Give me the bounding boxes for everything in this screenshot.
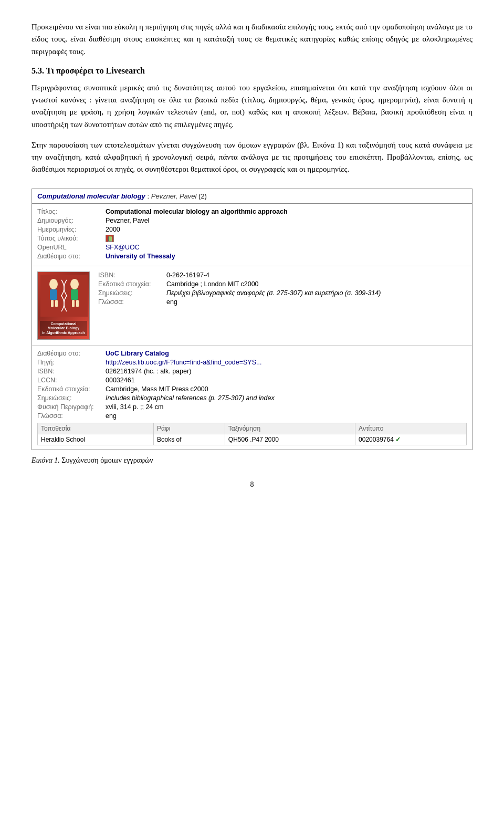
field-title-value: Computational molecular biology an algor…	[106, 208, 288, 215]
record-section-1: Τίτλος: Computational molecular biology …	[32, 204, 472, 267]
field-type-value: 📗	[106, 235, 114, 243]
svg-rect-7	[72, 300, 75, 307]
field-lang2-row: Γλώσσα: eng	[37, 412, 467, 420]
field-openurl-label: OpenURL	[37, 244, 106, 251]
field-isbn-row: ISBN: 0-262-16197-4	[98, 272, 467, 279]
field-notes2-value: Includes bibliographical references (p. …	[106, 394, 275, 402]
record-section-2: Computational Molecular Biology in Algor…	[32, 266, 472, 346]
field-publisher-row: Εκδοτικά στοιχεία: Cambridge ; London MI…	[98, 280, 467, 288]
page-number: 8	[32, 481, 472, 489]
cell-shelf: Books of	[153, 434, 225, 445]
field-publisher2-row: Εκδοτικά στοιχεία: Cambridge, Mass MIT P…	[37, 385, 467, 393]
field-type-label: Τύπος υλικού:	[37, 235, 106, 242]
cell-classification: QH506 .P47 2000	[225, 434, 355, 445]
book-cover-image: Computational Molecular Biology in Algor…	[37, 272, 90, 340]
caption-label: Εικόνα 1.	[32, 456, 60, 464]
field-available1-row: Διαθέσιμο στο: University of Thessaly	[37, 253, 467, 260]
book-icon: 📗	[106, 235, 114, 242]
field-available2-label: Διαθέσιμο στο:	[37, 350, 106, 357]
section-heading: 5.3. Τι προσφέρει το Livesearch	[32, 66, 472, 76]
svg-point-1	[49, 279, 58, 289]
book-cover-svg	[40, 275, 88, 317]
caption-text: Συγχώνευση όμοιων εγγραφών	[61, 456, 153, 464]
field-physical-row: Φυσική Περιγραφή: xviii, 314 p. ;; 24 cm	[37, 403, 467, 411]
table-row: Heraklio School Books of QH506 .P47 2000…	[38, 434, 467, 445]
record-section-3: Διαθέσιμο στο: UoC Library Catalog Πηγή:…	[32, 346, 472, 450]
record-card: Computational molecular biology : Pevzne…	[32, 189, 472, 451]
cell-copy: 0020039764 ✓	[355, 434, 467, 445]
field-lang-label: Γλώσσα:	[98, 298, 166, 306]
record-header: Computational molecular biology : Pevzne…	[32, 189, 472, 204]
field-isbn2-label: ISBN:	[37, 368, 106, 375]
field-available2-row: Διαθέσιμο στο: UoC Library Catalog	[37, 350, 467, 357]
field-available2-value: UoC Library Catalog	[106, 350, 169, 357]
figure-caption: Εικόνα 1. Συγχώνευση όμοιων εγγραφών	[32, 456, 472, 465]
svg-point-5	[70, 279, 79, 289]
record-header-count-val: (2)	[198, 192, 207, 200]
cell-location: Heraklio School	[38, 434, 154, 445]
paragraph-1: Προκειμένου να είναι πιο εύκολη η περιήγ…	[32, 21, 472, 58]
field-creator-label: Δημιουργός:	[37, 217, 106, 224]
field-source-label: Πηγή:	[37, 359, 106, 366]
record-header-title: Computational molecular biology	[37, 192, 145, 200]
svg-rect-0	[40, 275, 88, 317]
field-notes2-label: Σημειώσεις:	[37, 394, 106, 402]
field-title-label: Τίτλος:	[37, 208, 106, 215]
field-date-row: Ημερομηνίες: 2000	[37, 226, 467, 233]
record-body: Τίτλος: Computational molecular biology …	[32, 204, 472, 450]
field-openurl-value[interactable]: SFX@UOC	[106, 244, 140, 251]
svg-rect-2	[50, 289, 57, 300]
field-lang2-label: Γλώσσα:	[37, 412, 106, 420]
field-available1-value: University of Thessaly	[106, 253, 175, 260]
field-isbn-label: ISBN:	[98, 272, 166, 279]
field-creator-row: Δημιουργός: Pevzner, Pavel	[37, 217, 467, 224]
book-fields: ISBN: 0-262-16197-4 Εκδοτικά στοιχεία: C…	[98, 272, 467, 307]
field-lccn-label: LCCN:	[37, 377, 106, 384]
field-lccn-row: LCCN: 00032461	[37, 377, 467, 384]
field-publisher-value: Cambridge ; London MIT c2000	[166, 280, 259, 288]
field-date-label: Ημερομηνίες:	[37, 226, 106, 233]
location-table: Τοποθεσία Ράφι Ταξινόμηση Αντίτυπο Herak…	[37, 423, 467, 445]
check-icon: ✓	[395, 436, 401, 443]
field-type-row: Τύπος υλικού: 📗	[37, 235, 467, 243]
field-notes-value: Περιέχει βιβλιογραφικές αναφορές (σ. 275…	[166, 289, 381, 297]
field-isbn2-row: ISBN: 0262161974 (hc. : alk. paper)	[37, 368, 467, 375]
svg-rect-6	[71, 289, 78, 300]
field-physical-value: xviii, 314 p. ;; 24 cm	[106, 403, 163, 411]
field-publisher2-label: Εκδοτικά στοιχεία:	[37, 385, 106, 393]
col-header-location: Τοποθεσία	[38, 423, 154, 434]
field-source-value[interactable]: http://zeus.lib.uoc.gr/F?func=find-a&fin…	[106, 359, 261, 366]
record-header-author: Pevzner, Pavel	[151, 192, 197, 200]
col-header-classification: Ταξινόμηση	[225, 423, 355, 434]
svg-rect-3	[51, 300, 54, 307]
field-openurl-row: OpenURL SFX@UOC	[37, 244, 467, 251]
field-notes-label: Σημειώσεις:	[98, 289, 166, 297]
field-physical-label: Φυσική Περιγραφή:	[37, 403, 106, 411]
field-notes-row: Σημειώσεις: Περιέχει βιβλιογραφικές αναφ…	[98, 289, 467, 297]
field-publisher-label: Εκδοτικά στοιχεία:	[98, 280, 166, 288]
field-lang-value: eng	[166, 298, 177, 306]
col-header-shelf: Ράφι	[153, 423, 225, 434]
col-header-copy: Αντίτυπο	[355, 423, 467, 434]
field-isbn2-value: 0262161974 (hc. : alk. paper)	[106, 368, 191, 375]
svg-rect-4	[55, 300, 58, 307]
paragraph-3: Στην παρουσίαση των αποτελεσμάτων γίνετα…	[32, 139, 472, 176]
field-date-value: 2000	[106, 226, 120, 233]
field-source-row: Πηγή: http://zeus.lib.uoc.gr/F?func=find…	[37, 359, 467, 366]
paragraph-2: Περιγράφοντας συνοπτικά μερικές από τις …	[32, 82, 472, 131]
field-available1-label: Διαθέσιμο στο:	[37, 253, 106, 260]
svg-rect-8	[76, 300, 79, 307]
field-notes2-row: Σημειώσεις: Includes bibliographical ref…	[37, 394, 467, 402]
field-lang-row: Γλώσσα: eng	[98, 298, 467, 306]
field-publisher2-value: Cambridge, Mass MIT Press c2000	[106, 385, 208, 393]
cell-copy-number: 0020039764	[359, 436, 395, 443]
field-creator-value: Pevzner, Pavel	[106, 217, 149, 224]
record-header-colon: :	[147, 192, 151, 200]
field-lang2-value: eng	[106, 412, 117, 420]
book-cover-text: Computational Molecular Biology in Algor…	[40, 321, 87, 336]
field-title-row: Τίτλος: Computational molecular biology …	[37, 208, 467, 215]
field-lccn-value: 00032461	[106, 377, 135, 384]
field-isbn-value: 0-262-16197-4	[166, 272, 209, 279]
